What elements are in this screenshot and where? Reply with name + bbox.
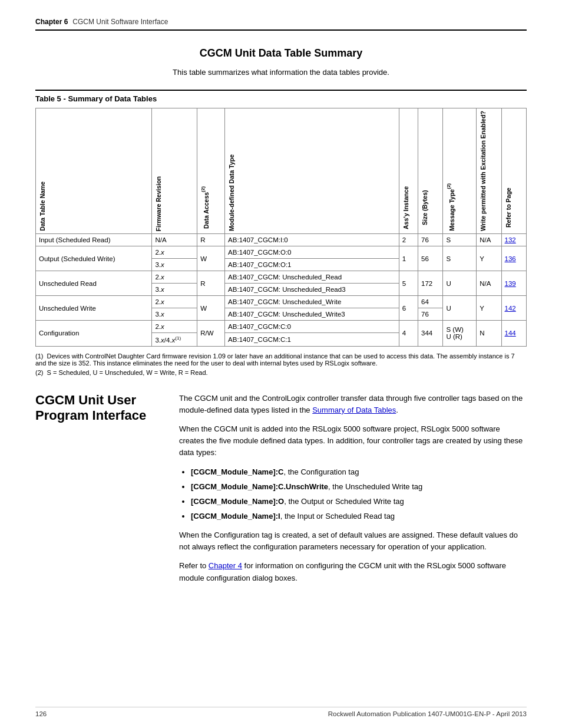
section2: CGCM Unit User Program Interface The CGC… xyxy=(35,393,527,591)
page-footer: 126 Rockwell Automation Publication 1407… xyxy=(35,707,527,717)
cell-write: Y xyxy=(477,296,501,321)
cell-firmware: 3.x xyxy=(152,284,197,296)
cell-assy: 1 xyxy=(399,246,418,271)
section1-title: CGCM Unit Data Table Summary xyxy=(35,47,527,60)
footnote-2: (2) S = Scheduled, U = Unscheduled, W = … xyxy=(35,369,527,376)
col-header-size: Size (Bytes) xyxy=(418,108,443,234)
table-caption: Table 5 - Summary of Data Tables xyxy=(35,90,527,103)
cell-msg-type: S (W)U (R) xyxy=(443,321,477,347)
cell-write: N/A xyxy=(477,271,501,296)
cell-refer[interactable]: 142 xyxy=(501,296,526,321)
page-number: 126 xyxy=(35,710,47,717)
cell-assy: 5 xyxy=(399,271,418,296)
col-header-refer: Refer to Page xyxy=(501,108,526,234)
cell-access: W xyxy=(197,246,225,271)
cell-name: Output (Scheduled Write) xyxy=(36,246,152,271)
cell-msg-type: S xyxy=(443,234,477,246)
section2-para2: When the CGCM unit is added into the RSL… xyxy=(179,423,527,459)
cell-access: W xyxy=(197,296,225,321)
col-header-assy: Ass'y Instance xyxy=(399,108,418,234)
cell-msg-type: U xyxy=(443,296,477,321)
cell-refer[interactable]: 136 xyxy=(501,246,526,271)
cell-module-type: AB:1407_CGCM:O:1 xyxy=(225,259,399,271)
col-header-data-table-name: Data Table Name xyxy=(36,108,152,234)
cell-write: Y xyxy=(477,246,501,271)
cell-size: 64 xyxy=(418,296,443,308)
cell-name: Configuration xyxy=(36,321,152,347)
chapter4-link[interactable]: Chapter 4 xyxy=(209,561,242,570)
summary-link[interactable]: Summary of Data Tables xyxy=(312,406,396,414)
col-header-firmware: Firmware Revision xyxy=(152,108,197,234)
list-item: [CGCM_Module_Name]:C, the Configuration … xyxy=(191,466,527,478)
cell-refer[interactable]: 139 xyxy=(501,271,526,296)
cell-access: R xyxy=(197,271,225,296)
cell-firmware: 2.x xyxy=(152,246,197,259)
publisher: Rockwell Automation Publication 1407-UM0… xyxy=(328,710,527,717)
header-chapter: Chapter 6 xyxy=(35,18,68,26)
section2-para3: When the Configuration tag is created, a… xyxy=(179,529,527,553)
summary-data-table: Data Table Name Firmware Revision Data A… xyxy=(35,108,527,347)
cell-size: 76 xyxy=(418,234,443,246)
col-header-access: Data Access(2) xyxy=(197,108,225,234)
table-row: Configuration 2.x R/W AB:1407_CGCM:C:0 4… xyxy=(36,321,527,333)
col-header-write: Write permitted with Excitation Enabled? xyxy=(477,108,501,234)
section2-para4: Refer to Chapter 4 for information on co… xyxy=(179,560,527,584)
cell-name: Input (Scheduled Read) xyxy=(36,234,152,246)
section2-right: The CGCM unit and the ControlLogix contr… xyxy=(179,393,527,591)
cell-name: Unscheduled Write xyxy=(36,296,152,321)
cell-size: 344 xyxy=(418,321,443,347)
table-row: Input (Scheduled Read) N/A R AB:1407_CGC… xyxy=(36,234,527,246)
cell-firmware: 3.x xyxy=(152,308,197,321)
section2-para1: The CGCM unit and the ControlLogix contr… xyxy=(179,393,527,416)
cell-module-type: AB:1407_CGCM: Unscheduled_Read xyxy=(225,271,399,284)
cell-msg-type: U xyxy=(443,271,477,296)
cell-module-type: AB:1407_CGCM:I:0 xyxy=(225,234,399,246)
cell-firmware: 2.x xyxy=(152,271,197,284)
section2-title: CGCM Unit User Program Interface xyxy=(35,393,165,424)
cell-module-type: AB:1407_CGCM: Unscheduled_Write xyxy=(225,296,399,308)
cell-size: 172 xyxy=(418,271,443,296)
page-header: Chapter 6 CGCM Unit Software Interface xyxy=(35,18,527,31)
cell-module-type: AB:1407_CGCM: Unscheduled_Read3 xyxy=(225,284,399,296)
table-row: Unscheduled Write 2.x W AB:1407_CGCM: Un… xyxy=(36,296,527,308)
section1-intro: This table summarizes what information t… xyxy=(35,68,527,77)
list-item: [CGCM_Module_Name]:O, the Output or Sche… xyxy=(191,496,527,508)
cell-assy: 2 xyxy=(399,234,418,246)
cell-firmware: N/A xyxy=(152,234,197,246)
cell-firmware: 2.x xyxy=(152,296,197,308)
list-item: [CGCM_Module_Name]:I, the Input or Sched… xyxy=(191,510,527,522)
table-row: Unscheduled Read 2.x R AB:1407_CGCM: Uns… xyxy=(36,271,527,284)
header-title: CGCM Unit Software Interface xyxy=(72,18,168,26)
col-header-msg-type: Message Type(2) xyxy=(443,108,477,234)
cell-assy: 6 xyxy=(399,296,418,321)
cell-refer[interactable]: 144 xyxy=(501,321,526,347)
cell-assy: 4 xyxy=(399,321,418,347)
cell-firmware: 2.x xyxy=(152,321,197,333)
cell-module-type: AB:1407_CGCM:C:0 xyxy=(225,321,399,333)
col-header-module-type: Module-defined Data Type xyxy=(225,108,399,234)
footnote-1: (1) Devices with ControlNet Daughter Car… xyxy=(35,353,527,367)
cell-size: 56 xyxy=(418,246,443,271)
cell-firmware: 3.x/4.x(1) xyxy=(152,333,197,347)
cell-msg-type: S xyxy=(443,246,477,271)
cell-module-type: AB:1407_CGCM:O:0 xyxy=(225,246,399,259)
cell-access: R xyxy=(197,234,225,246)
cell-module-type: AB:1407_CGCM:C:1 xyxy=(225,333,399,347)
cell-write: N/A xyxy=(477,234,501,246)
cell-size: 76 xyxy=(418,308,443,321)
cell-write: N xyxy=(477,321,501,347)
cell-refer[interactable]: 132 xyxy=(501,234,526,246)
cell-name: Unscheduled Read xyxy=(36,271,152,296)
list-item: [CGCM_Module_Name]:C.UnschWrite, the Uns… xyxy=(191,481,527,493)
table-row: Output (Scheduled Write) 2.x W AB:1407_C… xyxy=(36,246,527,259)
section2-bullets: [CGCM_Module_Name]:C, the Configuration … xyxy=(191,466,527,523)
footnotes: (1) Devices with ControlNet Daughter Car… xyxy=(35,353,527,376)
section2-left: CGCM Unit User Program Interface xyxy=(35,393,165,591)
cell-firmware: 3.x xyxy=(152,259,197,271)
cell-module-type: AB:1407_CGCM: Unscheduled_Write3 xyxy=(225,308,399,321)
cell-access: R/W xyxy=(197,321,225,347)
page: Chapter 6 CGCM Unit Software Interface C… xyxy=(0,0,562,728)
